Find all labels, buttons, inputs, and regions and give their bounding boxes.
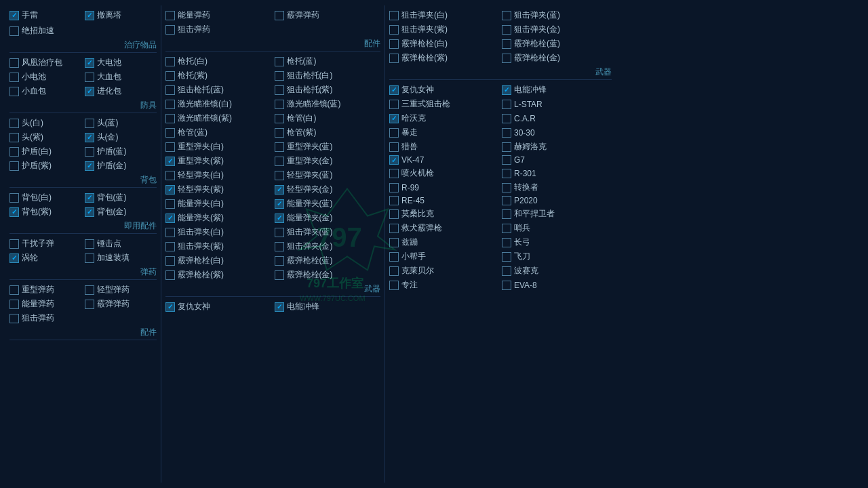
list-item[interactable]: 护盾(白)	[9, 144, 82, 159]
list-item[interactable]: P2020	[502, 195, 612, 207]
list-item[interactable]: 赫姆洛克	[502, 140, 612, 154]
list-item[interactable]: 锤击点	[85, 237, 157, 251]
list-item[interactable]: 重型弹夹(白)	[165, 140, 272, 154]
list-item[interactable]: 背包(紫)	[9, 205, 82, 219]
list-item[interactable]: 霰弹弹药	[275, 8, 381, 22]
list-item[interactable]: 轻型弹夹(蓝)	[275, 168, 381, 182]
list-item[interactable]: 风凰治疗包	[9, 56, 82, 70]
list-item[interactable]: 能量弹药	[165, 8, 272, 22]
list-item[interactable]: 大血包	[85, 70, 157, 84]
list-item[interactable]: 头(蓝)	[85, 116, 157, 130]
list-item[interactable]: G7	[502, 154, 612, 166]
checkbox-手雷[interactable]	[9, 11, 19, 20]
list-item[interactable]: 背包(蓝)	[85, 190, 157, 205]
list-item[interactable]: 能量弹夹(金)	[275, 211, 381, 225]
list-item[interactable]: 哨兵	[502, 221, 612, 235]
list-item[interactable]: RE-45	[389, 195, 499, 207]
list-item[interactable]: 激光瞄准镜(白)	[165, 97, 272, 111]
list-item[interactable]: 哈沃克	[389, 111, 499, 125]
list-item[interactable]: 护盾(蓝)	[85, 144, 157, 159]
list-item[interactable]: 枪托(蓝)	[275, 54, 381, 68]
list-item[interactable]: 背包(金)	[85, 205, 157, 219]
list-item[interactable]: 霰弹枪栓(蓝)	[502, 37, 612, 51]
list-item[interactable]: 复仇女神	[389, 83, 499, 97]
list-item[interactable]: 重型弹药	[9, 283, 82, 297]
list-item[interactable]: 狙击弹夹(紫)	[165, 239, 272, 253]
checkbox-绝招加速[interactable]	[9, 26, 19, 36]
list-item[interactable]: 能量弹夹(紫)	[165, 211, 272, 225]
list-item[interactable]: 狙击弹夹(金)	[275, 239, 381, 253]
list-item[interactable]: 激光瞄准镜(紫)	[165, 111, 272, 125]
list-item[interactable]: EVA-8	[502, 278, 612, 292]
list-item[interactable]: 狙击弹夹(白)	[389, 8, 499, 22]
list-item[interactable]: 绝招加速	[9, 24, 157, 38]
list-item[interactable]: 枪管(蓝)	[165, 125, 272, 140]
checkbox-风凰治疗包[interactable]	[9, 58, 19, 68]
list-item[interactable]: 护盾(金)	[85, 159, 157, 173]
list-item[interactable]: 狙击枪托(紫)	[275, 83, 381, 97]
list-item[interactable]: 转换者	[502, 180, 612, 195]
list-item[interactable]: 能量弹夹(白)	[165, 197, 272, 211]
list-item[interactable]: 狙击弹药	[9, 311, 82, 325]
list-item[interactable]: 撤离塔	[85, 8, 157, 22]
list-item[interactable]: 激光瞄准镜(蓝)	[275, 97, 381, 111]
list-item[interactable]: 霰弹枪栓(金)	[275, 268, 381, 282]
list-item[interactable]: 救犬霰弹枪	[389, 221, 499, 235]
list-item[interactable]: 护盾(紫)	[9, 159, 82, 173]
list-item[interactable]: 小帮手	[389, 249, 499, 264]
checkbox-撤离塔[interactable]	[85, 11, 94, 20]
list-item[interactable]: 电能冲锋	[275, 300, 381, 314]
list-item[interactable]: 狙击弹夹(蓝)	[275, 225, 381, 239]
checkbox-小血包[interactable]	[9, 87, 19, 96]
list-item[interactable]: 30-30	[502, 125, 612, 140]
list-item[interactable]: 轻型弹夹(白)	[165, 168, 272, 182]
list-item[interactable]: 枪管(白)	[275, 111, 381, 125]
list-item[interactable]: 狙击弹夹(紫)	[389, 22, 499, 37]
list-item[interactable]: 喷火机枪	[389, 166, 499, 180]
list-item[interactable]: 小电池	[9, 70, 82, 84]
list-item[interactable]: 能量弹药	[9, 297, 82, 311]
checkbox-大电池[interactable]	[85, 58, 94, 68]
list-item[interactable]: 狙击弹夹(金)	[502, 22, 612, 37]
list-item[interactable]: C.A.R	[502, 111, 612, 125]
list-item[interactable]: 狙击弹夹(白)	[165, 225, 272, 239]
list-item[interactable]: 涡轮	[9, 251, 82, 265]
list-item[interactable]: 加速装填	[85, 251, 157, 265]
list-item[interactable]: 霰弹枪栓(紫)	[165, 268, 272, 282]
list-item[interactable]: 进化包	[85, 84, 157, 98]
list-item[interactable]: 重型弹夹(金)	[275, 154, 381, 168]
list-item[interactable]: 猎兽	[389, 140, 499, 154]
list-item[interactable]: 霰弹枪栓(金)	[502, 51, 612, 65]
list-item[interactable]: 莫桑比克	[389, 207, 499, 221]
list-item[interactable]: 轻型弹夹(紫)	[165, 182, 272, 197]
list-item[interactable]: 小血包	[9, 84, 82, 98]
checkbox-小电池[interactable]	[9, 73, 19, 82]
list-item[interactable]: 飞刀	[502, 249, 612, 264]
checkbox-进化包[interactable]	[85, 87, 94, 96]
list-item[interactable]: 头(紫)	[9, 130, 82, 144]
list-item[interactable]: 枪托(白)	[165, 54, 272, 68]
list-item[interactable]: 电能冲锋	[502, 83, 612, 97]
list-item[interactable]: 重型弹夹(蓝)	[275, 140, 381, 154]
list-item[interactable]: 霰弹弹药	[85, 297, 157, 311]
checkbox-大血包[interactable]	[85, 73, 94, 82]
list-item[interactable]: 大电池	[85, 56, 157, 70]
list-item[interactable]: 狙击枪托(白)	[275, 68, 381, 83]
list-item[interactable]: 手雷	[9, 8, 82, 22]
list-item[interactable]: 霰弹枪栓(紫)	[389, 51, 499, 65]
list-item[interactable]: 轻型弹夹(金)	[275, 182, 381, 197]
list-item[interactable]: 波赛克	[502, 264, 612, 278]
list-item[interactable]: 专注	[389, 278, 499, 292]
list-item[interactable]: 枪托(紫)	[165, 68, 272, 83]
list-item[interactable]: 枪管(紫)	[275, 125, 381, 140]
list-item[interactable]: 兹蹦	[389, 235, 499, 249]
list-item[interactable]: 干扰子弹	[9, 237, 82, 251]
list-item[interactable]: 头(白)	[9, 116, 82, 130]
list-item[interactable]: 克莱贝尔	[389, 264, 499, 278]
list-item[interactable]: 背包(白)	[9, 190, 82, 205]
list-item[interactable]: 轻型弹药	[85, 283, 157, 297]
list-item[interactable]: 狙击弹夹(蓝)	[502, 8, 612, 22]
list-item[interactable]: 长弓	[502, 235, 612, 249]
list-item[interactable]: 霰弹枪栓(白)	[389, 37, 499, 51]
list-item[interactable]: 能量弹夹(蓝)	[275, 197, 381, 211]
